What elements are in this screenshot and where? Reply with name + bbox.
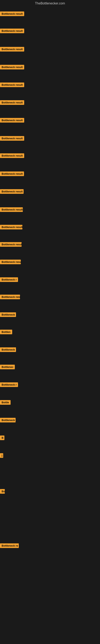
bottleneck-item[interactable]: Bottleneck result [0,189,24,194]
bottleneck-badge: Bottleneck [0,312,16,317]
bottleneck-badge: | [0,453,3,458]
bottleneck-badge: Bottlen [0,330,12,334]
bottleneck-item[interactable]: Bottleneck result [0,260,21,265]
bottleneck-item[interactable]: Bottle [0,400,11,406]
bottleneck-badge: Bottleneck result [0,100,24,105]
bottleneck-badge: Bo [0,489,5,494]
bottleneck-item[interactable]: Bottleneck result [0,100,24,106]
bottleneck-badge: Bottleneck resu [0,295,20,299]
bottleneck-badge: Bottleneck result [0,225,22,230]
bottleneck-item[interactable]: Bottleneck result [0,136,24,142]
bottleneck-badge: Bottleneck r [0,382,18,387]
bottleneck-badge: Bottleneck result [0,153,24,158]
bottleneck-badge: Bottleneck result [0,207,23,212]
bottleneck-badge: B [0,436,4,440]
bottleneck-item[interactable]: Bottleneck [0,418,16,423]
bottleneck-item[interactable]: Bottleneck [0,312,16,318]
bottleneck-item[interactable]: | [0,453,3,459]
bottleneck-item[interactable]: Bottleneck result [0,118,24,123]
bottleneck-badge: Bottleneck result [0,65,24,70]
bottleneck-item[interactable]: Bottleneck result [0,82,24,88]
bottleneck-item[interactable]: Bottleneck r [0,277,18,283]
bottleneck-item[interactable]: Bottleneck result [0,12,24,17]
bottleneck-badge: Bottleneck result [0,118,24,122]
bottleneck-badge: Bottleneck result [0,136,24,141]
bottleneck-badge: Bottlenec [0,365,15,369]
bottleneck-item[interactable]: Bottleneck result [0,28,24,34]
bottleneck-badge: Bottleneck result [0,82,24,87]
bottleneck-badge: Bottleneck result [0,172,24,176]
site-title: TheBottlenecker.com [0,0,100,7]
bottleneck-item[interactable]: Bottleneck result [0,207,23,213]
bottleneck-item[interactable]: Bottleneck result [0,153,24,159]
bottleneck-badge: Bottleneck re [0,544,19,548]
bottleneck-item[interactable]: Bottleneck [0,347,16,353]
bottleneck-badge: Bottleneck [0,347,16,352]
bottleneck-item[interactable]: Bottleneck r [0,382,18,388]
bottleneck-item[interactable]: B [0,436,4,441]
bottleneck-badge: Bottleneck r [0,277,18,282]
bottleneck-item[interactable]: Bottlenec [0,365,15,370]
bottleneck-item[interactable]: Bottleneck result [0,47,24,52]
bottleneck-item[interactable]: Bottleneck result [0,172,24,177]
bottleneck-badge: Bottle [0,400,11,405]
bottleneck-item[interactable]: Bo [0,489,5,494]
bottleneck-badge: Bottleneck [0,418,16,422]
bottleneck-badge: Bottleneck result [0,47,24,52]
bottleneck-item[interactable]: Bottleneck result [0,242,22,248]
bottleneck-badge: Bottleneck result [0,260,21,264]
bottleneck-item[interactable]: Bottleneck result [0,65,24,70]
bottleneck-item[interactable]: Bottleneck result [0,225,22,230]
bottleneck-badge: Bottleneck result [0,242,22,247]
bottleneck-item[interactable]: Bottleneck resu [0,295,20,300]
bottleneck-badge: Bottleneck result [0,12,24,16]
bottleneck-item[interactable]: Bottleneck re [0,544,19,549]
bottleneck-badge: Bottleneck result [0,28,24,33]
bottleneck-item[interactable]: Bottlen [0,330,12,335]
bottleneck-badge: Bottleneck result [0,189,24,194]
